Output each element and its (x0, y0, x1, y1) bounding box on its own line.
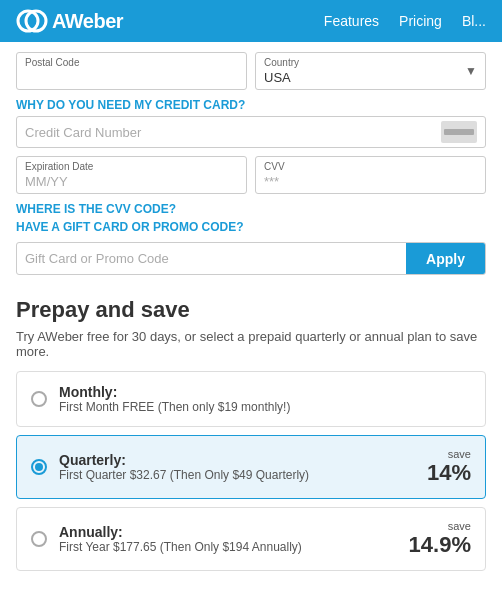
navbar: AWeber Features Pricing Bl... (0, 0, 502, 42)
plan-detail-monthly: First Month FREE (Then only $19 monthly!… (59, 400, 471, 414)
main-content: Postal Code Country USA ▼ WHY DO YOU NEE… (0, 42, 502, 571)
plan-save-quarterly: save14% (427, 448, 471, 486)
plan-detail-quarterly: First Quarter $32.67 (Then Only $49 Quar… (59, 468, 427, 482)
promo-row: Gift Card or Promo Code Apply (16, 242, 486, 275)
radio-dot-quarterly (35, 463, 43, 471)
gift-card-link[interactable]: HAVE A GIFT CARD OR PROMO CODE? (16, 220, 486, 234)
country-label: Country (264, 57, 477, 68)
expiry-label: Expiration Date (25, 161, 238, 172)
cc-icon (441, 121, 477, 143)
postal-code-label: Postal Code (25, 57, 238, 68)
plan-info-quarterly: Quarterly:First Quarter $32.67 (Then Onl… (59, 452, 427, 482)
radio-annually[interactable] (31, 531, 47, 547)
plan-name-annually: Annually: (59, 524, 409, 540)
radio-monthly[interactable] (31, 391, 47, 407)
promo-placeholder: Gift Card or Promo Code (25, 251, 169, 266)
plan-name-quarterly: Quarterly: (59, 452, 427, 468)
prepay-title: Prepay and save (16, 297, 486, 323)
nav-links: Features Pricing Bl... (324, 13, 486, 29)
logo: AWeber (16, 7, 123, 35)
cvv-label: CVV (264, 161, 477, 172)
prepay-desc: Try AWeber free for 30 days, or select a… (16, 329, 486, 359)
expiry-placeholder: MM/YY (25, 174, 68, 189)
expiry-field[interactable]: Expiration Date MM/YY (16, 156, 247, 194)
radio-quarterly[interactable] (31, 459, 47, 475)
cc-inner: Credit Card Number (25, 125, 441, 140)
plan-card-annually[interactable]: Annually:First Year $177.65 (Then Only $… (16, 507, 486, 571)
plan-name-monthly: Monthly: (59, 384, 471, 400)
plan-info-monthly: Monthly:First Month FREE (Then only $19 … (59, 384, 471, 414)
prepay-section: Prepay and save Try AWeber free for 30 d… (16, 297, 486, 571)
logo-text: AWeber (52, 10, 123, 33)
plan-save-annually: save14.9% (409, 520, 471, 558)
country-value: USA (264, 70, 291, 85)
expiry-cvv-row: Expiration Date MM/YY CVV *** (16, 156, 486, 194)
cc-placeholder: Credit Card Number (25, 125, 141, 140)
save-label-annually: save (409, 520, 471, 532)
promo-input-wrap[interactable]: Gift Card or Promo Code (17, 243, 406, 274)
nav-blog[interactable]: Bl... (462, 13, 486, 29)
postal-country-row: Postal Code Country USA ▼ (16, 52, 486, 90)
apply-button[interactable]: Apply (406, 243, 485, 274)
logo-icon (16, 7, 48, 35)
cvv-placeholder: *** (264, 174, 279, 189)
plan-card-monthly[interactable]: Monthly:First Month FREE (Then only $19 … (16, 371, 486, 427)
country-field[interactable]: Country USA ▼ (255, 52, 486, 90)
country-select-arrow: ▼ (465, 64, 477, 78)
plan-detail-annually: First Year $177.65 (Then Only $194 Annua… (59, 540, 409, 554)
plan-card-quarterly[interactable]: Quarterly:First Quarter $32.67 (Then Onl… (16, 435, 486, 499)
where-cvv-link[interactable]: WHERE IS THE CVV CODE? (16, 202, 486, 216)
nav-pricing[interactable]: Pricing (399, 13, 442, 29)
save-pct-quarterly: 14% (427, 460, 471, 486)
plan-cards-container: Monthly:First Month FREE (Then only $19 … (16, 371, 486, 571)
postal-code-field[interactable]: Postal Code (16, 52, 247, 90)
cvv-field[interactable]: CVV *** (255, 156, 486, 194)
plan-info-annually: Annually:First Year $177.65 (Then Only $… (59, 524, 409, 554)
save-label-quarterly: save (427, 448, 471, 460)
cc-icon-line (444, 129, 474, 135)
save-pct-annually: 14.9% (409, 532, 471, 558)
nav-features[interactable]: Features (324, 13, 379, 29)
credit-card-field[interactable]: Credit Card Number (16, 116, 486, 148)
why-credit-card-link[interactable]: WHY DO YOU NEED MY CREDIT CARD? (16, 98, 486, 112)
